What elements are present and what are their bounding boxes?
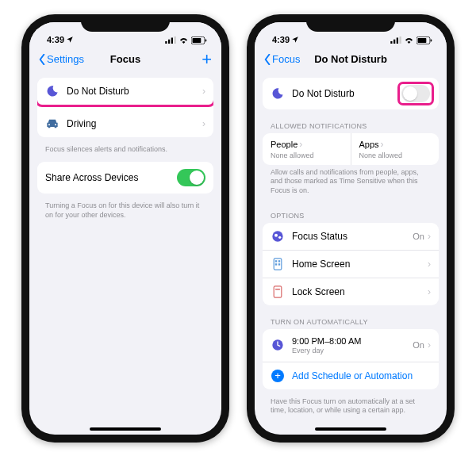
share-footer: Turning a Focus on for this device will …	[37, 198, 213, 228]
schedule-sub: Every day	[292, 347, 413, 354]
svg-rect-5	[193, 37, 202, 42]
location-icon	[291, 36, 299, 44]
signal-icon	[165, 36, 176, 44]
chevron-left-icon	[264, 54, 271, 65]
chevron-right-icon: ›	[428, 231, 431, 242]
auto-group: 9:00 PM–8:00 AM Every day On › + Add Sch…	[263, 329, 439, 389]
notch	[81, 14, 170, 32]
share-toggle[interactable]	[177, 169, 205, 186]
home-screen-icon	[273, 258, 282, 270]
row-do-not-disturb[interactable]: Do Not Disturb ›	[37, 78, 213, 105]
status-time: 4:39	[47, 35, 64, 44]
svg-rect-25	[275, 289, 280, 290]
home-indicator[interactable]	[90, 427, 161, 431]
clock-icon	[271, 339, 284, 351]
row-driving[interactable]: Driving ›	[37, 110, 213, 137]
row-focus-status[interactable]: Focus Status On ›	[263, 223, 439, 250]
add-schedule-label: Add Schedule or Automation	[292, 370, 431, 381]
battery-icon	[416, 36, 432, 44]
chevron-right-icon: ›	[202, 118, 205, 129]
row-label: Home Screen	[292, 259, 428, 270]
moon-icon	[271, 87, 284, 100]
row-lock-screen[interactable]: Lock Screen ›	[263, 278, 439, 305]
car-icon	[46, 118, 59, 129]
options-group: Focus Status On › Home Screen › Lock Scr…	[263, 223, 439, 305]
svg-rect-3	[175, 36, 176, 44]
phone-right: 4:39 Focus Do Not Disturb	[247, 14, 455, 443]
chevron-right-icon: ›	[299, 139, 302, 150]
row-home-screen[interactable]: Home Screen ›	[263, 250, 439, 278]
svg-rect-22	[275, 263, 277, 265]
row-label: Lock Screen	[292, 286, 428, 297]
location-icon	[66, 36, 74, 44]
chevron-right-icon: ›	[202, 86, 205, 97]
screen-focus: 4:39 Settings Focus +	[29, 22, 221, 435]
notch	[306, 14, 395, 32]
nav-bar: Focus Do Not Disturb	[255, 46, 447, 73]
row-value: On	[413, 340, 424, 350]
battery-icon	[191, 36, 207, 44]
row-label: Focus Status	[292, 231, 413, 242]
svg-rect-6	[205, 39, 207, 41]
svg-rect-2	[171, 38, 173, 44]
svg-rect-0	[165, 41, 167, 44]
svg-rect-19	[274, 258, 282, 269]
back-button[interactable]: Settings	[39, 53, 84, 65]
svg-rect-23	[278, 263, 280, 265]
dnd-toggle-group: Do Not Disturb	[263, 78, 439, 109]
row-share-devices: Share Across Devices	[37, 162, 213, 194]
content: Do Not Disturb ALLOWED NOTIFICATIONS Peo…	[255, 73, 447, 435]
nav-title: Focus	[110, 53, 140, 65]
svg-rect-24	[274, 285, 282, 297]
focus-modes-group: Do Not Disturb › Driving ›	[37, 78, 213, 137]
add-button[interactable]: +	[202, 51, 212, 68]
svg-rect-11	[397, 38, 398, 44]
chevron-right-icon: ›	[428, 339, 431, 351]
wifi-icon	[178, 36, 189, 44]
svg-rect-1	[168, 40, 170, 44]
row-label: Share Across Devices	[45, 172, 177, 183]
wifi-icon	[404, 36, 414, 44]
row-value: On	[413, 232, 424, 241]
screen-dnd: 4:39 Focus Do Not Disturb	[255, 22, 447, 435]
back-button[interactable]: Focus	[264, 53, 300, 65]
row-label: Driving	[67, 118, 202, 129]
signal-icon	[390, 36, 401, 44]
svg-rect-14	[418, 37, 427, 42]
home-indicator[interactable]	[315, 427, 386, 431]
svg-point-7	[48, 124, 50, 125]
chevron-left-icon	[39, 54, 45, 65]
row-schedule[interactable]: 9:00 PM–8:00 AM Every day On ›	[263, 329, 439, 362]
auto-header: TURN ON AUTOMATICALLY	[263, 310, 439, 329]
row-dnd-toggle: Do Not Disturb	[263, 78, 439, 109]
allowed-header: ALLOWED NOTIFICATIONS	[263, 114, 439, 133]
chevron-right-icon: ›	[428, 286, 431, 297]
svg-point-18	[278, 236, 281, 238]
row-label: Do Not Disturb	[292, 88, 401, 99]
people-cell[interactable]: People› None allowed	[263, 133, 351, 165]
chevron-right-icon: ›	[428, 259, 431, 270]
row-add-schedule[interactable]: + Add Schedule or Automation	[263, 362, 439, 389]
lock-screen-icon	[273, 285, 282, 298]
svg-rect-10	[393, 40, 395, 44]
svg-rect-20	[275, 260, 277, 262]
svg-rect-15	[431, 39, 432, 41]
focus-status-icon	[271, 230, 284, 243]
share-group: Share Across Devices	[37, 162, 213, 194]
plus-circle-icon: +	[271, 370, 284, 382]
row-label: Do Not Disturb	[67, 86, 202, 97]
apps-cell[interactable]: Apps› None allowed	[351, 133, 440, 165]
nav-bar: Settings Focus +	[29, 46, 221, 73]
status-time: 4:39	[272, 35, 290, 44]
svg-rect-9	[390, 41, 392, 44]
dnd-toggle[interactable]	[401, 85, 430, 102]
allowed-footer: Allow calls and notifications from peopl…	[263, 165, 439, 204]
schedule-time: 9:00 PM–8:00 AM	[292, 336, 413, 346]
focus-footer: Focus silences alerts and notifications.	[37, 142, 213, 163]
chevron-right-icon: ›	[381, 139, 384, 150]
content: Do Not Disturb › Driving › Focus silence…	[29, 73, 221, 435]
phone-left: 4:39 Settings Focus +	[21, 14, 229, 443]
highlight-toggle	[397, 82, 434, 105]
nav-title: Do Not Disturb	[314, 53, 387, 65]
moon-icon	[46, 85, 59, 98]
